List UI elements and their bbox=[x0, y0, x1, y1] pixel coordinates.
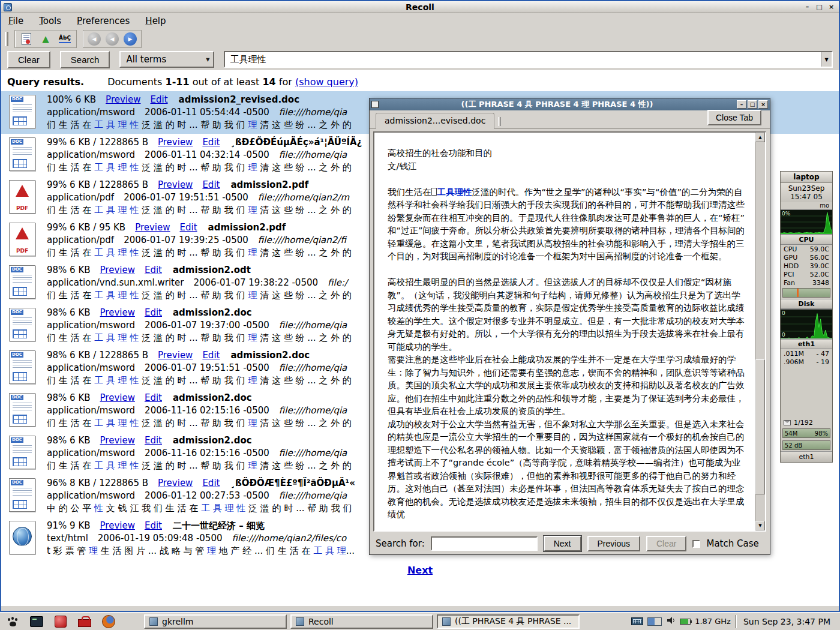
result-edit-link[interactable]: Edit bbox=[180, 222, 197, 233]
gkrellm-clock[interactable]: Sun23Sep15:47 05 bbox=[781, 183, 832, 202]
result-edit-link[interactable]: Edit bbox=[150, 94, 167, 105]
gkrellm-time: 15:47 05 bbox=[781, 193, 832, 201]
result-url: file:///home/qia bbox=[279, 490, 347, 501]
menu-tools[interactable]: Tools bbox=[39, 16, 61, 26]
result-edit-link[interactable]: Edit bbox=[202, 478, 220, 488]
find-input[interactable] bbox=[431, 536, 538, 551]
titlebar[interactable]: Recoll – □ × bbox=[1, 1, 839, 13]
search-input[interactable] bbox=[225, 52, 821, 67]
clear-button[interactable]: Clear bbox=[7, 51, 50, 68]
find-next-button[interactable]: Next bbox=[544, 536, 581, 551]
disk-graph[interactable]: 00 bbox=[781, 309, 832, 339]
preview-minimize-button[interactable]: – bbox=[737, 100, 746, 109]
match-case-checkbox[interactable] bbox=[692, 540, 700, 548]
fan-meter[interactable] bbox=[782, 288, 830, 298]
preview-titlebar[interactable]: ((工 PHRASE 4 具 PHRASE 4 理 PHRASE 4 性)) –… bbox=[370, 98, 770, 110]
cpu-graph[interactable]: 0% bbox=[781, 209, 832, 235]
next-page-wrap: Next bbox=[1, 565, 839, 576]
next-page-button[interactable]: ▶ bbox=[124, 32, 137, 46]
terminal-launcher[interactable] bbox=[29, 614, 44, 629]
snippet-text: 清 这 些 纷 ... 之 外 的 bbox=[257, 332, 351, 343]
mail-row[interactable]: 1/192 bbox=[781, 418, 832, 427]
table-view-button[interactable]: ▲ bbox=[38, 32, 53, 46]
memory-meter[interactable]: 54M98% bbox=[782, 428, 830, 438]
result-edit-link[interactable]: Edit bbox=[145, 392, 162, 403]
scroll-down-icon[interactable]: ▼ bbox=[755, 521, 765, 530]
temp-value: 39.0C bbox=[810, 262, 829, 270]
find-clear-button[interactable]: Clear bbox=[646, 536, 686, 551]
result-edit-link[interactable]: Edit bbox=[202, 179, 220, 190]
taskbar-window-button[interactable]: Recoll bbox=[290, 614, 433, 629]
result-preview-link[interactable]: Preview bbox=[100, 435, 135, 446]
keyboard-layout-icon[interactable] bbox=[631, 617, 643, 625]
taskbar-clock[interactable]: Sun Sep 23, 3:47 PM bbox=[741, 617, 835, 626]
search-mode-select[interactable]: All terms ▼ bbox=[119, 51, 214, 68]
preview-tab[interactable]: admission2...evised.doc bbox=[376, 113, 494, 129]
scroll-up-icon[interactable]: ▲ bbox=[755, 133, 765, 142]
paw-launcher[interactable] bbox=[5, 614, 20, 629]
search-button[interactable]: Search bbox=[60, 51, 110, 68]
search-row: Clear Search All terms ▼ ▼ bbox=[1, 49, 839, 70]
media-player-launcher[interactable] bbox=[53, 614, 68, 629]
net-section-header[interactable]: eth1 bbox=[781, 339, 832, 349]
highlighted-term: 工具理性 bbox=[437, 187, 472, 197]
first-page-button[interactable]: ◀ bbox=[88, 32, 101, 46]
snippet-text: 清 这 些 纷 ... 之 外 的 bbox=[257, 375, 351, 386]
snippet-text: 工 具 理 性 bbox=[94, 162, 139, 173]
disk-section-header[interactable]: Disk bbox=[781, 299, 832, 309]
menu-file[interactable]: File bbox=[8, 16, 23, 26]
result-edit-link[interactable]: Edit bbox=[202, 137, 220, 148]
battery-icon[interactable] bbox=[680, 619, 691, 625]
result-snippet: 们 生 活 在 工 具 理 性 泛 滥 的 时 ... 帮 助 我 们 理 清 … bbox=[47, 460, 356, 472]
cpu-section-header[interactable]: CPU bbox=[781, 235, 832, 245]
toolbar-handle[interactable] bbox=[5, 32, 8, 46]
result-snippet: t 彩 票 管 理 生 活 图 片 ... 战 略 与 管 理 地 产 经 ..… bbox=[47, 545, 356, 557]
result-preview-link[interactable]: Preview bbox=[106, 94, 140, 105]
sound-meter[interactable]: 52 dB bbox=[782, 440, 830, 450]
close-tab-button[interactable]: Close Tab bbox=[707, 110, 761, 125]
result-edit-link[interactable]: Edit bbox=[145, 435, 162, 446]
gkrellm-graph-svg bbox=[781, 310, 832, 338]
taskbar-window-button[interactable]: ((工 PHRASE 4 具 PHRASE ... bbox=[437, 614, 580, 629]
close-button[interactable]: × bbox=[826, 2, 836, 11]
clear-form-button[interactable] bbox=[19, 32, 34, 46]
result-preview-link[interactable]: Preview bbox=[100, 307, 135, 318]
menu-help[interactable]: Help bbox=[145, 16, 166, 26]
preview-maximize-button[interactable]: □ bbox=[748, 100, 757, 109]
taskbar-window-button[interactable]: gkrellm bbox=[144, 614, 287, 629]
result-preview-link[interactable]: Preview bbox=[100, 520, 135, 531]
maximize-button[interactable]: □ bbox=[814, 2, 824, 11]
result-preview-link[interactable]: Preview bbox=[100, 392, 135, 403]
result-preview-link[interactable]: Preview bbox=[135, 222, 170, 233]
term-explorer-button[interactable]: ÂbÇ bbox=[58, 32, 72, 46]
result-preview-link[interactable]: Preview bbox=[158, 137, 193, 148]
scrollbar-thumb[interactable] bbox=[755, 359, 765, 494]
results-doc-label: Documents bbox=[107, 76, 162, 88]
doc-table bbox=[13, 116, 27, 125]
toolbox-launcher[interactable] bbox=[77, 614, 92, 629]
minimize-button[interactable]: – bbox=[802, 2, 812, 11]
result-edit-link[interactable]: Edit bbox=[145, 307, 162, 318]
result-preview-link[interactable]: Preview bbox=[158, 350, 193, 361]
next-page-link[interactable]: Next bbox=[407, 565, 433, 576]
result-edit-link[interactable]: Edit bbox=[145, 265, 162, 275]
result-edit-link[interactable]: Edit bbox=[202, 350, 220, 361]
preview-scrollbar[interactable]: ▲ ▼ bbox=[755, 133, 765, 530]
result-preview-link[interactable]: Preview bbox=[100, 265, 135, 275]
preview-tabbar: admission2...evised.doc Close Tab bbox=[370, 110, 770, 129]
show-query-link[interactable]: (show query) bbox=[295, 76, 358, 88]
result-meta: 99% 6 KB / 95 KB bbox=[47, 222, 125, 233]
firefox-launcher[interactable] bbox=[101, 614, 116, 629]
preview-close-button[interactable]: × bbox=[758, 100, 768, 109]
result-preview-link[interactable]: Preview bbox=[158, 179, 193, 190]
preview-window: ((工 PHRASE 4 具 PHRASE 4 理 PHRASE 4 性)) –… bbox=[369, 98, 770, 555]
speaker-icon[interactable] bbox=[666, 616, 676, 628]
workspace-pager-icon[interactable] bbox=[647, 617, 662, 626]
result-preview-link[interactable]: Preview bbox=[158, 478, 193, 488]
doc-table bbox=[13, 287, 27, 296]
find-previous-button[interactable]: Previous bbox=[587, 536, 640, 551]
menu-preferences[interactable]: Preferences bbox=[77, 16, 130, 26]
prev-page-button[interactable]: ◀ bbox=[106, 32, 119, 46]
query-history-dropdown-icon[interactable]: ▼ bbox=[821, 52, 832, 67]
result-edit-link[interactable]: Edit bbox=[145, 520, 162, 531]
